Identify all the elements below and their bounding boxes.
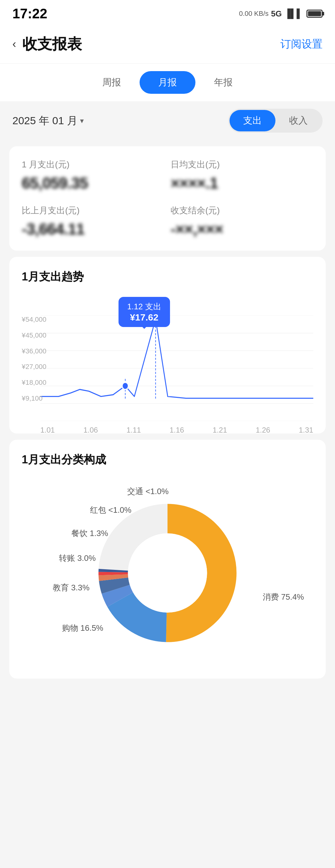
- signal-bars-icon: ▐▌▌: [284, 9, 303, 19]
- donut-label-xiaofei: 消费 75.4%: [263, 592, 304, 602]
- back-button[interactable]: ‹: [12, 38, 16, 51]
- summary-value-2: -3,664.11: [22, 220, 164, 238]
- x-label-3: 1.16: [170, 426, 184, 434]
- bottom-space: [0, 685, 335, 710]
- selected-date: 2025 年 01 月: [12, 114, 77, 128]
- status-right: 0.00 KB/s 5G ▐▌▌: [239, 9, 323, 19]
- donut-chart-card: 1月支出分类构成 交通: [9, 440, 326, 679]
- summary-item-1: 日均支出(元) ××××.1: [171, 159, 313, 192]
- summary-item-0: 1 月支出(元) 65,059.35: [22, 159, 164, 192]
- subscribe-settings-button[interactable]: 订阅设置: [280, 37, 323, 51]
- status-icons: 0.00 KB/s 5G ▐▌▌: [239, 9, 303, 19]
- tab-yearly[interactable]: 年报: [195, 71, 251, 94]
- summary-label-1: 日均支出(元): [171, 159, 313, 170]
- summary-card: 1 月支出(元) 65,059.35 日均支出(元) ××××.1 比上月支出(…: [9, 146, 326, 251]
- donut-chart-svg: [90, 495, 245, 651]
- tooltip-value: ¥17.62: [127, 312, 161, 323]
- tab-monthly[interactable]: 月报: [140, 71, 195, 94]
- y-label-0: ¥54,000: [22, 315, 46, 323]
- chart-tooltip: 1.12 支出 ¥17.62: [119, 297, 170, 327]
- x-label-2: 1.11: [127, 426, 141, 434]
- dropdown-arrow-icon: ▾: [80, 117, 84, 125]
- y-labels: ¥54,000 ¥45,000 ¥36,000 ¥27,000 ¥18,000 …: [22, 315, 46, 402]
- summary-item-2: 比上月支出(元) -3,664.11: [22, 205, 164, 238]
- summary-label-3: 收支结余(元): [171, 205, 313, 216]
- trend-chart-card: 1月支出趋势 1.12 支出 ¥17.62 ¥54,000 ¥45,000 ¥3…: [9, 257, 326, 434]
- page-title: 收支报表: [22, 34, 82, 54]
- summary-grid: 1 月支出(元) 65,059.35 日均支出(元) ××××.1 比上月支出(…: [22, 159, 313, 238]
- x-label-1: 1.06: [83, 426, 98, 434]
- header-left: ‹ 收支报表: [12, 34, 82, 54]
- trend-chart-area: 1.12 支出 ¥17.62 ¥54,000 ¥45,000 ¥36,000 ¥…: [22, 297, 313, 421]
- tab-weekly[interactable]: 周报: [84, 71, 140, 94]
- expense-toggle[interactable]: 支出: [230, 110, 275, 131]
- status-time: 17:22: [12, 6, 47, 22]
- donut-chart-wrapper: 交通 <1.0% 红包 <1.0% 餐饮 1.3% 转账 3.0% 教育 3.3…: [22, 480, 313, 666]
- x-labels: 1.01 1.06 1.11 1.16 1.21 1.26 1.31: [22, 423, 313, 434]
- summary-value-1: ××××.1: [171, 174, 313, 192]
- y-label-1: ¥45,000: [22, 331, 46, 339]
- battery-icon: [306, 10, 323, 18]
- summary-item-3: 收支结余(元) -××,×××: [171, 205, 313, 238]
- summary-label-2: 比上月支出(元): [22, 205, 164, 216]
- date-selector[interactable]: 2025 年 01 月 ▾: [12, 114, 84, 128]
- summary-value-3: -××,×××: [171, 220, 313, 238]
- signal-type: 5G: [271, 9, 282, 19]
- status-bar: 17:22 0.00 KB/s 5G ▐▌▌: [0, 0, 335, 25]
- y-label-3: ¥27,000: [22, 363, 46, 371]
- filter-row: 2025 年 01 月 ▾ 支出 收入: [0, 101, 335, 140]
- x-label-4: 1.21: [213, 426, 227, 434]
- svg-point-18: [128, 533, 207, 613]
- donut-chart-title: 1月支出分类构成: [22, 452, 313, 467]
- y-label-5: ¥9,100: [22, 394, 46, 402]
- y-label-4: ¥18,000: [22, 378, 46, 386]
- header: ‹ 收支报表 订阅设置: [0, 25, 335, 64]
- x-label-6: 1.31: [299, 426, 313, 434]
- y-label-2: ¥36,000: [22, 347, 46, 355]
- tabs-container: 周报 月报 年报: [0, 64, 335, 101]
- tooltip-date: 1.12 支出: [127, 301, 161, 312]
- x-label-5: 1.26: [256, 426, 270, 434]
- trend-chart-title: 1月支出趋势: [22, 269, 313, 284]
- network-speed: 0.00 KB/s: [239, 10, 268, 18]
- income-toggle[interactable]: 收入: [275, 110, 321, 131]
- donut-label-jiaoyu: 教育 3.3%: [53, 582, 90, 593]
- svg-point-9: [122, 382, 128, 390]
- summary-value-0: 65,059.35: [22, 174, 164, 192]
- summary-label-0: 1 月支出(元): [22, 159, 164, 170]
- trend-chart-svg: [40, 315, 313, 421]
- x-label-0: 1.01: [40, 426, 55, 434]
- type-toggles: 支出 收入: [228, 109, 323, 133]
